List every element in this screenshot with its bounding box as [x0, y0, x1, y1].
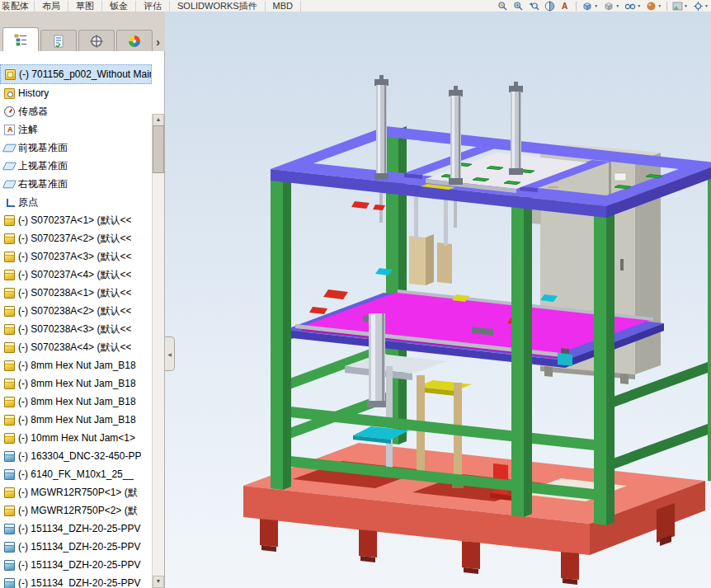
tree-item[interactable]: 右视基准面 — [0, 175, 152, 193]
part-yellow-icon — [4, 506, 15, 516]
scroll-down-icon[interactable]: ▼ — [153, 576, 164, 588]
tree-item-label: 原点 — [18, 195, 38, 209]
tree-item[interactable]: 注解 — [0, 120, 152, 139]
tree-item[interactable]: (-) 151134_DZH-20-25-PPV — [0, 520, 152, 538]
tree-item[interactable]: (-) MGWR12R750P<1> (默 — [0, 483, 152, 501]
tree-root-item[interactable]: (-) 701156_p002_Without Main — [0, 64, 152, 84]
propertymanager-icon — [51, 34, 66, 49]
caret-down-icon: ▼ — [594, 3, 598, 8]
part-yellow-icon — [4, 433, 15, 444]
tree-item[interactable]: (-) 8mm Hex Nut Jam_B18 — [0, 374, 152, 393]
view-settings-icon[interactable]: ▼ — [693, 1, 709, 12]
tree-item[interactable]: (-) S070238A<4> (默认<< — [0, 338, 152, 356]
tree-item[interactable]: (-) 6140_FK_M10x1_25__ — [0, 465, 152, 483]
ribbon-tab-2[interactable]: 草图 — [68, 1, 102, 12]
part-yellow-icon — [4, 215, 15, 226]
history-icon — [4, 88, 15, 99]
tree-item[interactable]: (-) 163304_DNC-32-450-PP — [0, 447, 152, 465]
ribbon-tab-label: 装配体 — [2, 1, 29, 11]
zoom-to-fit-icon[interactable] — [497, 1, 508, 12]
display-style-icon[interactable]: ▼ — [603, 1, 619, 12]
annotations-icon — [4, 125, 15, 135]
part-blue-icon — [4, 469, 15, 480]
tree-item[interactable]: 原点 — [0, 193, 152, 211]
zoom-to-area-icon[interactable] — [513, 1, 524, 12]
tree-item[interactable]: (-) S070237A<1> (默认<< — [0, 211, 152, 229]
ribbon-tab-4[interactable]: 评估 — [136, 1, 170, 12]
part-yellow-icon — [4, 288, 15, 299]
ribbon-tab-0[interactable]: 装配体 — [0, 1, 35, 12]
tree-item-label: (-) 8mm Hex Nut Jam_B18 — [18, 360, 136, 371]
configurationmanager-icon — [89, 34, 104, 49]
origin-icon — [4, 197, 15, 208]
tree-item[interactable]: (-) 8mm Hex Nut Jam_B18 — [0, 356, 152, 374]
panel-splitter-handle[interactable]: ◀ — [165, 336, 175, 371]
tree-item[interactable]: History — [0, 84, 152, 102]
tree-item[interactable]: 传感器 — [0, 102, 152, 120]
tree-item[interactable]: (-) MGWR12R750P<2> (默 — [0, 501, 152, 520]
hide-show-items-icon[interactable]: ▼ — [624, 1, 641, 12]
plane-icon — [2, 143, 16, 151]
scroll-up-icon[interactable]: ▲ — [153, 114, 164, 126]
tree-item[interactable]: (-) 8mm Hex Nut Jam_B18 — [0, 393, 152, 411]
view-orientation-icon[interactable]: ▼ — [582, 1, 598, 12]
tree-item[interactable]: 前视基准面 — [0, 139, 152, 157]
tab-propertymanager[interactable] — [40, 30, 77, 51]
part-yellow-icon — [4, 324, 15, 335]
plane-icon — [2, 180, 16, 187]
dynamic-annotation-views-icon[interactable]: A — [560, 1, 571, 12]
section-view-icon[interactable] — [544, 1, 555, 12]
tree-item[interactable]: (-) 8mm Hex Nut Jam_B18 — [0, 411, 152, 429]
tree-item-label: 右视基准面 — [18, 177, 68, 191]
tree-item[interactable]: (-) S070238A<2> (默认<< — [0, 302, 152, 320]
ribbon-tab-label: 钣金 — [110, 1, 128, 11]
panel-tabs — [2, 27, 154, 51]
tree-item-label: (-) 151134_DZH-20-25-PPV — [18, 523, 141, 534]
caret-down-icon: ▼ — [637, 3, 641, 8]
tree-item[interactable]: (-) S070237A<2> (默认<< — [0, 229, 152, 247]
scrollbar-thumb[interactable] — [153, 125, 164, 173]
tree-item-label: (-) S070238A<3> (默认<< — [18, 322, 131, 336]
tree-item-label: (-) S070238A<1> (默认<< — [18, 286, 131, 300]
tree-item-label: 前视基准面 — [18, 141, 68, 155]
tree-item[interactable]: (-) S070237A<4> (默认<< — [0, 266, 152, 284]
tree-scrollbar[interactable]: ▲ ▼ — [152, 114, 164, 588]
panel-expand-chevron[interactable]: › — [156, 36, 160, 48]
caret-down-icon: ▼ — [615, 3, 619, 8]
tree-item[interactable]: (-) S070237A<3> (默认<< — [0, 247, 152, 266]
tree-item-label: (-) 8mm Hex Nut Jam_B18 — [18, 378, 136, 389]
tab-featuremanager-tree[interactable] — [2, 27, 39, 51]
tree-item[interactable]: (-) S070238A<3> (默认<< — [0, 320, 152, 338]
tree-item-label: (-) S070237A<3> (默认<< — [18, 250, 131, 264]
previous-view-icon[interactable] — [529, 1, 539, 12]
tree-item[interactable]: (-) 151134_DZH-20-25-PPV — [0, 574, 152, 588]
tree-item-label: (-) 151134_DZH-20-25-PPV — [18, 577, 141, 588]
tree-item-label: (-) S070237A<2> (默认<< — [18, 232, 131, 246]
graphics-viewport[interactable] — [165, 12, 711, 588]
tree-list: (-) 701156_p002_Without Main History 传感器… — [0, 51, 164, 588]
tree-item[interactable]: (-) 151134_DZH-20-25-PPV — [0, 556, 152, 574]
edit-appearance-icon[interactable]: ▼ — [646, 1, 662, 12]
ribbon-tab-5[interactable]: SOLIDWORKS插件 — [170, 1, 266, 12]
tree-item-label: (-) 163304_DNC-32-450-PP — [18, 450, 141, 462]
tree-item[interactable]: (-) S070238A<1> (默认<< — [0, 284, 152, 302]
apply-scene-icon[interactable]: ▼ — [672, 1, 688, 12]
ribbon-tab-1[interactable]: 布局 — [35, 1, 68, 12]
tree-item[interactable]: (-) 151134_DZH-20-25-PPV — [0, 538, 152, 556]
tree-item-label: (-) S070237A<4> (默认<< — [18, 268, 131, 282]
ribbon-tab-6[interactable]: MBD — [266, 1, 301, 12]
tree-item-label: (-) 10mm Hex Nut Jam<1> — [18, 432, 135, 444]
part-yellow-icon — [4, 397, 15, 407]
tab-displaymanager[interactable] — [116, 30, 153, 51]
tree-item-label: History — [18, 87, 49, 99]
ribbon-tab-label: 评估 — [144, 1, 162, 11]
tree-item-label: (-) S070238A<4> (默认<< — [18, 341, 131, 355]
tree-item[interactable]: (-) 10mm Hex Nut Jam<1> — [0, 429, 152, 447]
assembly-icon — [5, 69, 16, 80]
ribbon-tab-label: 草图 — [76, 1, 94, 11]
tree-item[interactable]: 上视基准面 — [0, 157, 152, 175]
ribbon-tab-label: MBD — [273, 1, 293, 11]
ribbon-tab-3[interactable]: 钣金 — [102, 1, 136, 12]
tab-configurationmanager[interactable] — [78, 30, 115, 51]
tree-item-label: (-) 6140_FK_M10x1_25__ — [18, 468, 134, 480]
